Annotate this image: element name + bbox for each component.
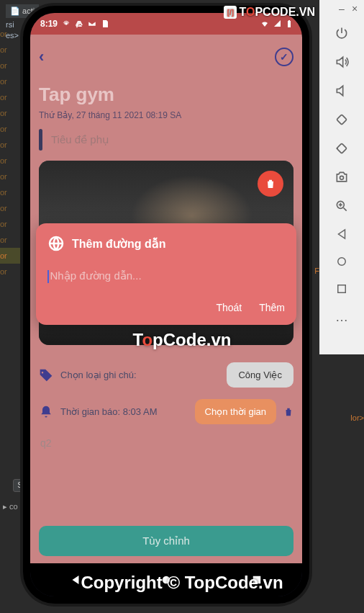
dialog-title: Thêm đường dẫn: [72, 237, 165, 251]
content-input[interactable]: q2: [39, 434, 294, 452]
alarm-label: Thời gian báo: 8:03 AM: [60, 406, 188, 417]
link-placeholder: Nhập đường dẫn...: [50, 269, 142, 282]
pick-time-button[interactable]: Chọn thời gian: [195, 399, 276, 424]
emulator-sidebar: – × …: [319, 0, 364, 354]
phone-screen: 8:19 ‹ ✓ Tap gym Thứ Bảy, 27 tháng 11 20…: [30, 13, 302, 596]
tag-label: Chọn loại ghi chú:: [60, 370, 219, 380]
ide-gutter: ororor ororor ororor ororor oror or or: [0, 26, 22, 279]
wifi-icon: [260, 19, 269, 28]
close-button[interactable]: ×: [350, 3, 360, 14]
gmail-icon: [88, 19, 96, 28]
emu-home-icon[interactable]: [335, 255, 348, 268]
more-icon[interactable]: …: [335, 310, 348, 325]
svg-rect-1: [337, 143, 347, 153]
tag-chip[interactable]: Công Việc: [227, 362, 294, 388]
volume-down-icon[interactable]: [335, 84, 349, 98]
signal-icon: [273, 19, 282, 28]
subtitle-input[interactable]: Tiêu đề phụ: [51, 133, 109, 146]
power-icon[interactable]: [335, 26, 349, 40]
drive-icon: [75, 19, 83, 28]
rotate-left-icon[interactable]: [335, 112, 349, 127]
battery-icon: [286, 19, 292, 28]
note-title[interactable]: Tap gym: [39, 84, 294, 106]
note-date: Thứ Bảy, 27 tháng 11 2021 08:19 SA: [39, 110, 294, 120]
dialog-cancel-button[interactable]: Thoát: [216, 302, 242, 313]
customize-button[interactable]: Tùy chỉnh: [39, 526, 294, 556]
svg-rect-7: [288, 21, 291, 27]
app-body: ‹ ✓ Tap gym Thứ Bảy, 27 tháng 11 2021 08…: [30, 35, 302, 563]
camera-icon[interactable]: [335, 170, 349, 184]
trash-icon: [265, 178, 276, 189]
delete-image-button[interactable]: [258, 171, 283, 197]
minimize-button[interactable]: –: [337, 3, 347, 14]
volume-up-icon[interactable]: [335, 55, 349, 69]
svg-point-4: [338, 258, 346, 266]
phone-frame: 8:19 ‹ ✓ Tap gym Thứ Bảy, 27 tháng 11 20…: [23, 6, 309, 604]
svg-rect-8: [288, 20, 290, 21]
watermark-top: [/] TOPCODE.VN: [224, 6, 315, 19]
add-link-dialog: Thêm đường dẫn Nhập đường dẫn... Thoát T…: [36, 223, 296, 325]
rotate-right-icon[interactable]: [335, 141, 349, 156]
subtitle-accent: [39, 129, 42, 151]
watermark-mid: TopCode.vn: [133, 330, 232, 350]
emu-back-icon[interactable]: [335, 228, 348, 241]
ide-text: F: [314, 267, 319, 275]
globe-icon: [47, 235, 65, 252]
gear-icon: [62, 19, 70, 28]
ide-text: lor>: [350, 413, 364, 422]
status-time: 8:19: [40, 19, 58, 29]
bell-icon: [39, 405, 53, 419]
sd-icon: [101, 19, 109, 28]
svg-rect-5: [338, 285, 346, 293]
svg-rect-0: [337, 115, 347, 125]
watermark-bottom: Copyright © TopCode.vn: [0, 573, 364, 593]
tag-icon: [39, 368, 53, 382]
svg-point-2: [340, 176, 344, 179]
dialog-add-button[interactable]: Thêm: [259, 302, 285, 313]
zoom-in-icon[interactable]: [335, 199, 349, 213]
link-input[interactable]: Nhập đường dẫn...: [47, 264, 285, 289]
back-button[interactable]: ‹: [39, 48, 44, 66]
confirm-button[interactable]: ✓: [275, 48, 294, 66]
delete-alarm-icon[interactable]: [283, 406, 294, 419]
emu-overview-icon[interactable]: [335, 282, 348, 295]
